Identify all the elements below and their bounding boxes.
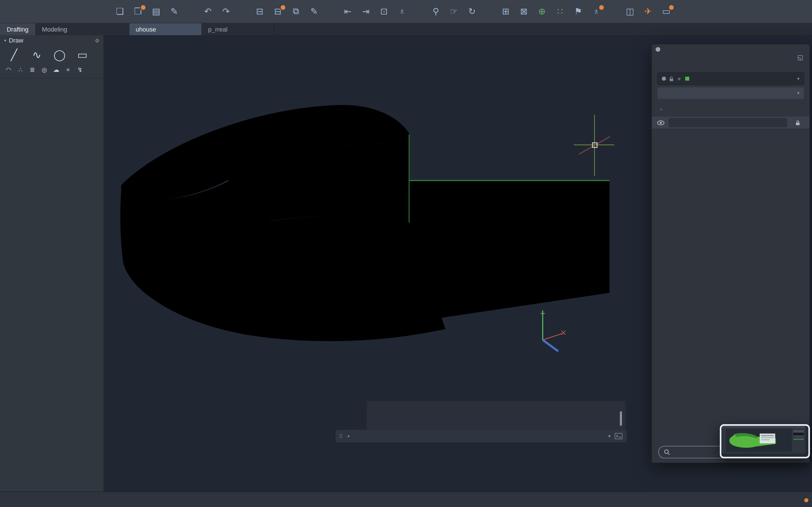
toolbar-icon-glyph: ☞ xyxy=(450,6,458,17)
toolbar-icon[interactable]: ⊠ xyxy=(517,4,531,18)
drawing-grid-icon[interactable] xyxy=(103,23,116,35)
status-bar xyxy=(0,492,812,507)
palette-section-icons: ╱ ∿ ◯ ▭ ◠ ∴ ≣ ◎ xyxy=(0,46,103,76)
workspace-tab[interactable]: Drafting xyxy=(0,23,35,35)
toolbar-icon[interactable]: ⇤ xyxy=(341,4,355,18)
toolbar-icon[interactable]: ✈ xyxy=(641,4,655,18)
toolbar-icon[interactable]: ♁ xyxy=(395,4,409,18)
toolbar-icon[interactable]: ✎ xyxy=(307,4,321,18)
toolbar-icon[interactable]: ❐ xyxy=(131,4,145,18)
toolbar-icon[interactable]: ⊟ xyxy=(271,4,285,18)
toolbar-icon-glyph: ⚲ xyxy=(433,6,439,17)
tool-icon[interactable]: ╱ xyxy=(3,46,26,64)
drawing-tabs: uhouse p_rreal xyxy=(130,23,274,35)
notification-dot xyxy=(598,4,605,11)
toolbar-icon[interactable]: ❏ xyxy=(113,4,127,18)
toolbar-icon[interactable]: ▤ xyxy=(149,4,163,18)
drag-handle-icon[interactable]: ⠿ xyxy=(336,433,346,439)
layer-status-dot xyxy=(662,76,666,81)
toolbar-icon[interactable]: ⊕ xyxy=(535,4,549,18)
toolbar-icon[interactable]: ♁ xyxy=(589,4,603,18)
new-drawing-tab-button[interactable] xyxy=(116,23,130,35)
toolbar-icon-glyph: ▤ xyxy=(152,6,160,17)
toolbar-icon[interactable]: ↶ xyxy=(201,4,215,18)
toolbar-icon-glyph: ∷ xyxy=(557,6,563,17)
palette-section-header[interactable]: ▾ Draw ⚙ xyxy=(0,35,103,46)
toolbar-group: ⚲ ☞ ↻ xyxy=(429,4,479,18)
tool-icon[interactable]: ↯ xyxy=(74,64,86,75)
tool-palette: ▾ Draw ⚙ ╱ ∿ ◯ ▭ ◠ xyxy=(0,35,104,492)
notification-dot xyxy=(668,4,675,11)
search-icon xyxy=(664,449,670,455)
sun-icon: ☀ xyxy=(677,76,681,81)
tool-icon[interactable]: × xyxy=(62,64,74,75)
workspace-tab[interactable]: Modeling xyxy=(35,23,74,35)
tool-icon[interactable]: ▭ xyxy=(71,46,94,64)
toolbar-icon-glyph: ⊞ xyxy=(502,6,509,17)
palette-collapse-button[interactable] xyxy=(91,23,102,35)
toolbar-icon-glyph: ⧉ xyxy=(293,6,299,17)
toolbar-icon[interactable]: ⊞ xyxy=(499,4,513,18)
chevron-down-icon[interactable]: ▾ xyxy=(347,434,349,439)
toolbar-group: ⊟ ⊟ ⧉ ✎ xyxy=(253,4,321,18)
panel-dock-icon[interactable]: ◱ xyxy=(797,54,803,61)
toolbar-icon-glyph: ⚑ xyxy=(574,6,582,17)
toolbar-icon[interactable]: ↷ xyxy=(219,4,233,18)
toolbar-group: ↶ ↷ xyxy=(201,4,233,18)
toolbar-icon-glyph: ⇤ xyxy=(344,6,351,17)
tool-icon[interactable]: ≣ xyxy=(27,64,38,75)
panel-autohide-dot[interactable] xyxy=(656,47,660,52)
eye-icon[interactable] xyxy=(657,120,665,125)
drawing-tab[interactable]: p_rreal xyxy=(202,23,274,35)
command-history-window[interactable] xyxy=(366,401,625,430)
hide-layer-list-toggle[interactable]: ⌄ xyxy=(652,101,809,116)
toolbar-group: ⊞ ⊠ ⊕ ∷ xyxy=(499,4,603,18)
toolbar-icon[interactable]: ◫ xyxy=(623,4,637,18)
command-input-bar[interactable]: ⠿ ▾ ▾ xyxy=(336,430,626,442)
current-layer-dropdown[interactable]: ☀ ▾ xyxy=(657,72,804,85)
tool-icon[interactable]: ☁ xyxy=(50,64,62,75)
toolbar-icon[interactable]: ⊟ xyxy=(253,4,267,18)
layer-tools-row xyxy=(652,63,809,70)
extruded-wall-solid[interactable] xyxy=(120,105,610,341)
command-window-icon[interactable] xyxy=(615,433,622,439)
tool-icon[interactable]: ◯ xyxy=(48,46,71,64)
notification-dot xyxy=(280,4,287,11)
toolbar-icon-glyph: ♁ xyxy=(399,6,405,17)
autocad-window: ❏ ❐ ▤ ✎ xyxy=(0,0,812,507)
tool-icon[interactable]: ∴ xyxy=(14,64,26,75)
toolbar-icon[interactable]: ▭ xyxy=(659,4,673,18)
ucs-icon xyxy=(541,311,566,351)
chevron-down-icon: ▾ xyxy=(797,76,800,81)
toolbar-icon-glyph: ⊡ xyxy=(380,6,388,17)
toolbar-icon-glyph: ✈ xyxy=(645,6,652,17)
palette-section-title: Draw xyxy=(9,37,23,44)
toolbar-icon[interactable]: ☞ xyxy=(447,4,461,18)
layers-panel: ◱ ☀ ▾ ▾ ⌄ xyxy=(652,44,810,463)
toolbar-icon[interactable]: ⚲ xyxy=(429,4,443,18)
command-scrollbar[interactable] xyxy=(620,411,622,426)
layer-state-dropdown[interactable]: ▾ xyxy=(657,87,804,100)
toolbar-icon[interactable]: ⇥ xyxy=(359,4,373,18)
chevron-down-icon[interactable]: ▾ xyxy=(608,434,610,439)
lock-column-icon[interactable] xyxy=(795,120,800,125)
tool-icon[interactable]: ◠ xyxy=(3,64,14,75)
toolbar-icon[interactable]: ⊡ xyxy=(377,4,391,18)
tool-icon[interactable]: ◎ xyxy=(38,64,50,75)
chevron-down-icon: ▾ xyxy=(797,91,800,96)
tool-icon[interactable]: ∿ xyxy=(26,46,48,64)
toolbar-icon-glyph: ✎ xyxy=(310,6,318,17)
toolbar-icon[interactable]: ✎ xyxy=(167,4,181,18)
toolbar-icon[interactable]: ⚑ xyxy=(571,4,585,18)
toolbar-icon-glyph: ⊟ xyxy=(256,6,263,17)
toolbar-icon[interactable]: ↻ xyxy=(465,4,479,18)
name-column-header[interactable] xyxy=(668,118,787,127)
drawing-tab[interactable]: uhouse xyxy=(130,23,202,35)
gear-icon[interactable]: ⚙ xyxy=(95,38,99,43)
toolbar-icon[interactable]: ⧉ xyxy=(289,4,303,18)
chevron-down-icon: ⌄ xyxy=(659,106,663,111)
toolbar-icon[interactable]: ∷ xyxy=(553,4,567,18)
toolbar-icon-glyph: ❏ xyxy=(116,6,124,17)
toolbar-icon-glyph: ↶ xyxy=(204,6,211,17)
preview-thumbnail-window[interactable] xyxy=(720,424,810,458)
